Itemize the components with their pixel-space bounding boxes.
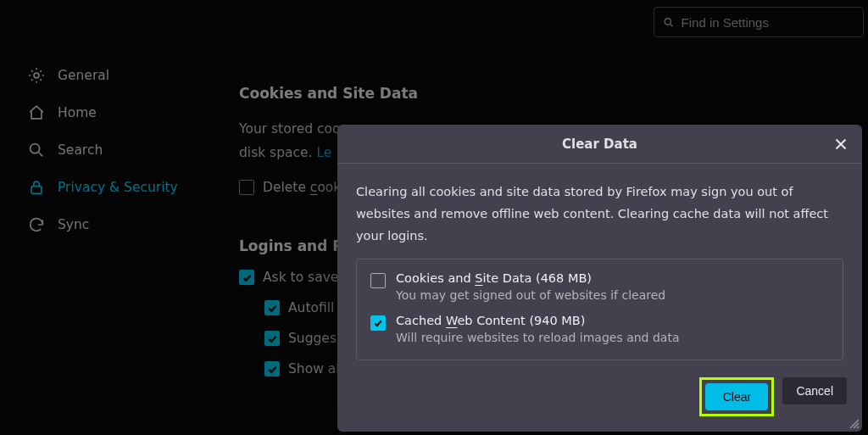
clear-data-options: Cookies and Site Data (468 MB) You may g…: [356, 259, 843, 360]
svg-line-10: [857, 427, 859, 428]
dialog-header: Clear Data: [337, 125, 862, 164]
cached-web-content-option[interactable]: Cached Web Content (940 MB) Will require…: [370, 314, 829, 344]
cookies-site-data-option[interactable]: Cookies and Site Data (468 MB) You may g…: [370, 271, 829, 302]
resize-grip-icon[interactable]: [848, 417, 860, 429]
dialog-description: Clearing all cookies and site data store…: [356, 181, 843, 247]
dialog-footer: Clear Cancel: [337, 365, 862, 432]
cached-web-content-hint: Will require websites to reload images a…: [396, 331, 679, 344]
cached-web-content-checkbox[interactable]: [370, 315, 386, 331]
clear-data-dialog: Clear Data Clearing all cookies and site…: [337, 125, 862, 432]
cookies-site-data-hint: You may get signed out of websites if cl…: [396, 288, 665, 302]
clear-button[interactable]: Clear: [705, 383, 768, 410]
close-icon: [834, 137, 848, 151]
dialog-close-button[interactable]: [830, 133, 852, 155]
cancel-button[interactable]: Cancel: [782, 377, 847, 404]
dialog-title: Clear Data: [562, 137, 637, 152]
cookies-site-data-checkbox[interactable]: [370, 273, 386, 288]
tutorial-highlight: Clear: [699, 377, 774, 416]
dialog-body: Clearing all cookies and site data store…: [337, 164, 862, 365]
